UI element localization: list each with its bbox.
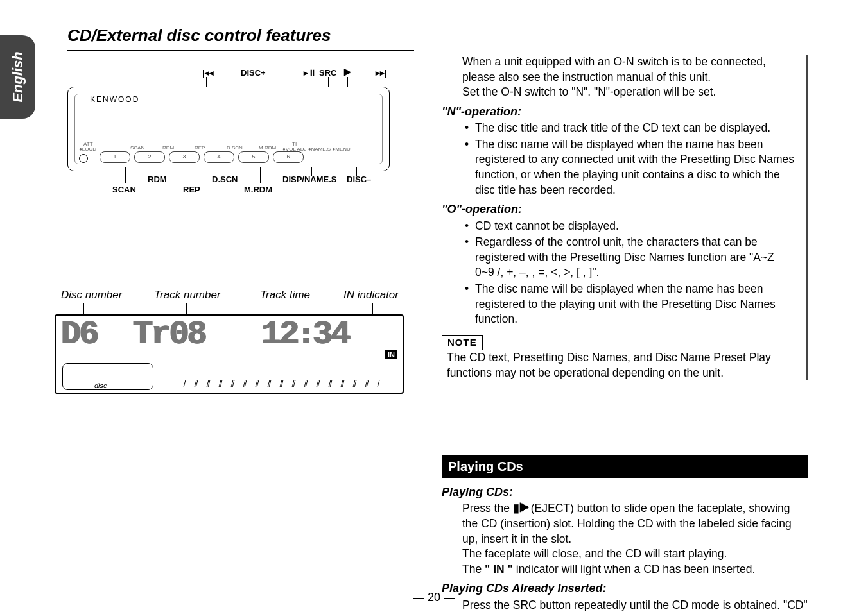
device-figure: |◂◂ DISC+ ▸⏸ SRC ⯈ ▸▸| KENWOOD 1 2 3 4 5…	[55, 64, 401, 212]
n-bullet-2: The disc name will be displayed when the…	[467, 137, 795, 198]
playing-cds-bar: Playing CDs	[442, 455, 808, 478]
intro-text-1: When a unit equipped with an O-N switch …	[462, 55, 795, 85]
next-track-icon: ▸▸|	[376, 68, 387, 78]
scan-label: SCAN	[112, 185, 136, 194]
pc3a: The	[462, 563, 485, 575]
o-bullet-2: Regardless of the control unit, the char…	[467, 235, 795, 280]
dscn-label: D.SCN	[212, 174, 238, 184]
disc-plus-label: DISC+	[241, 68, 266, 78]
preset-btn-6: 6	[273, 151, 304, 163]
track-number-label: Track number	[154, 289, 221, 302]
rdm-label: RDM	[148, 174, 167, 184]
play-pause-icon: ▸⏸	[304, 68, 317, 78]
eject-icon-top: ⯈	[343, 68, 352, 78]
page-number: — 20 —	[413, 591, 455, 604]
preset-button-row: 1 2 3 4 5 6	[100, 151, 308, 163]
in-indicator-inline: IN	[493, 563, 505, 575]
disc-text: disc	[94, 382, 107, 389]
pc3b: indicator will light when a CD has been …	[513, 563, 755, 575]
dispnames-label: DISP/NAME.S	[282, 174, 337, 184]
voladj-tiny: ●VOL ADJ ●NAME.S ●MENU	[282, 146, 351, 152]
rdm-tiny: RDM	[162, 145, 174, 151]
pc2: The faceplate will close, and the CD wil…	[462, 547, 727, 560]
rep-label: REP	[183, 185, 200, 194]
language-tab-label: English	[10, 51, 26, 102]
scan-tiny: SCAN	[130, 145, 144, 151]
note-label: NOTE	[442, 335, 483, 350]
intro-text-2: Set the O-N switch to "N". "N"-operation…	[462, 85, 795, 100]
eject-icon: ▮⯈	[513, 501, 531, 516]
brand-label: KENWOOD	[90, 95, 139, 104]
page-title: CD/External disc control features	[67, 26, 331, 46]
playing-already-heading: Playing CDs Already Inserted:	[442, 581, 808, 596]
playing-cds-section: Playing CDs Playing CDs: Press the ▮⯈(EJ…	[442, 436, 808, 612]
preset-btn-1: 1	[100, 151, 130, 163]
playing-already-text: Press the SRC button repeatedly until th…	[462, 598, 808, 612]
seg-time: 12:34	[261, 316, 349, 353]
prev-track-icon: |◂◂	[202, 68, 214, 78]
left-column: |◂◂ DISC+ ▸⏸ SRC ⯈ ▸▸| KENWOOD 1 2 3 4 5…	[55, 64, 414, 417]
disc-number-label: Disc number	[61, 289, 122, 302]
src-label: SRC	[319, 68, 336, 78]
mrdm-tiny: M.RDM	[259, 145, 276, 151]
disc-minus-label: DISC–	[347, 174, 371, 184]
right-column: When a unit equipped with an O-N switch …	[442, 55, 808, 380]
in-indicator-label: IN indicator	[343, 289, 399, 302]
preset-btn-4: 4	[204, 151, 234, 163]
language-tab: English	[0, 35, 35, 119]
display-segment-grid	[184, 380, 390, 389]
rep-tiny: REP	[195, 145, 205, 151]
dscn-tiny: D.SCN	[227, 145, 243, 151]
pc1a: Press the	[462, 502, 513, 514]
track-time-label: Track time	[260, 289, 310, 302]
seg-disc: D6	[61, 316, 97, 353]
display-figure: Disc number Track number Track time IN i…	[55, 289, 401, 417]
disc-oval-icon	[62, 363, 153, 390]
playing-cds-heading: Playing CDs:	[442, 484, 808, 500]
in-tag: IN	[385, 350, 397, 359]
n-bullet-1: The disc title and track title of the CD…	[467, 121, 795, 136]
seg-track: Tr08	[133, 316, 205, 353]
time-colon-icon: :	[297, 317, 313, 350]
display-body: D6 Tr08 12:34 IN disc	[55, 314, 404, 394]
preset-btn-2: 2	[134, 151, 165, 163]
o-bullet-1: CD text cannot be displayed.	[467, 219, 795, 234]
preset-btn-3: 3	[169, 151, 200, 163]
mrdm-label: M.RDM	[244, 185, 272, 194]
o-operation-heading: "O"-operation:	[442, 201, 795, 217]
o-bullet-3: The disc name will be displayed when the…	[467, 282, 795, 327]
loud-label: ●LOUD	[79, 146, 96, 152]
note-text: The CD text, Presetting Disc Names, and …	[447, 350, 795, 380]
preset-btn-5: 5	[238, 151, 269, 163]
playing-cds-text: Press the ▮⯈(EJECT) button to slide open…	[462, 501, 808, 577]
title-underline	[67, 50, 414, 51]
power-dot-icon	[79, 154, 88, 163]
n-operation-heading: "N"-operation:	[442, 104, 795, 119]
